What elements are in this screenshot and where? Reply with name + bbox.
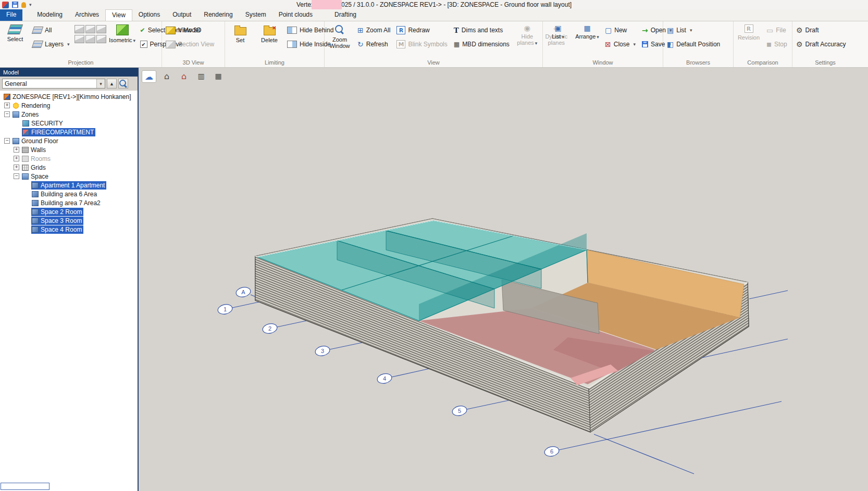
tree-item-space[interactable]: − Space <box>0 172 138 181</box>
zoom-all-icon: ⊞ <box>357 27 364 34</box>
limit-set-folder-icon <box>234 27 246 35</box>
tab-view[interactable]: View <box>105 9 132 21</box>
pink-highlight <box>312 0 342 9</box>
revision-button[interactable]: R Revision <box>736 22 762 41</box>
collapse-icon[interactable]: − <box>14 173 19 179</box>
tree-item-firecompartment[interactable]: FIRECOMPARTMENT <box>0 128 138 136</box>
model-panel-toolbar: General ▾ ▲ <box>0 77 138 91</box>
home-model-button[interactable]: ⌂ <box>160 70 173 82</box>
view-cube-button[interactable] <box>75 25 84 33</box>
mbd-dimensions-button[interactable]: ▦ MBD dimensions <box>452 39 511 50</box>
bl누ink-symbols-icon: M <box>396 40 405 48</box>
close-window-button[interactable]: ⊠ Close▾ <box>603 39 637 50</box>
tree-item-walls[interactable]: + Walls <box>0 145 138 154</box>
all-button[interactable]: All <box>31 24 71 36</box>
set-button[interactable]: Set <box>227 22 253 43</box>
notification-icon[interactable] <box>21 2 26 8</box>
grid-bubble: 1 <box>217 303 233 315</box>
default-position-button[interactable]: ◧ Default Position <box>665 39 722 50</box>
expand-icon[interactable]: + <box>4 103 10 108</box>
window-list-button[interactable]: ▣ List▾ <box>545 22 571 40</box>
zoom-window-button[interactable]: Zoom Window <box>327 22 353 49</box>
refresh-button[interactable]: ↻ Refresh <box>356 39 392 50</box>
floor-folder-icon <box>13 138 19 144</box>
tree-item-ground-floor[interactable]: − Ground Floor <box>0 136 138 145</box>
expand-icon[interactable]: + <box>14 147 19 153</box>
grid-view-icon: ▦ <box>215 72 221 80</box>
layers-button[interactable]: Layers▾ <box>31 39 71 50</box>
zoom-all-button[interactable]: ⊞ Zoom All <box>356 24 392 36</box>
section-view-button[interactable]: Section View <box>164 39 216 50</box>
hide-planes-button[interactable]: ◉ Hide planes▾ <box>514 22 540 46</box>
collapse-icon[interactable]: − <box>4 111 10 117</box>
select-button[interactable]: Select <box>2 22 28 42</box>
panel-scroll-box[interactable] <box>1 483 49 490</box>
tree-item-rooms[interactable]: + Rooms <box>0 154 138 163</box>
tile-windows-button[interactable]: ▥ <box>194 70 208 82</box>
tree-filter-combobox[interactable]: General ▾ <box>2 79 105 89</box>
tree-item-apartment-1[interactable]: Apartment 1 Apartment <box>0 181 138 190</box>
view-cube-button[interactable] <box>96 25 106 33</box>
tab-drafting[interactable]: Drafting <box>328 9 363 21</box>
save-icon[interactable] <box>12 2 18 8</box>
tab-options[interactable]: Options <box>132 9 166 21</box>
building-model[interactable] <box>255 219 749 432</box>
blink-symbols-button[interactable]: M Blink Symbols <box>395 39 449 50</box>
draft-button[interactable]: ⚙ Draft <box>795 24 848 36</box>
tab-modeling[interactable]: Modeling <box>31 9 69 21</box>
tree-item-zones[interactable]: − Zones <box>0 110 138 119</box>
view-cube-button[interactable] <box>85 35 95 43</box>
arrange-button[interactable]: ▦ Arrange▾ <box>574 22 600 40</box>
tree-item-space-4[interactable]: Space 4 Room <box>0 225 138 234</box>
grid-bubble: 5 <box>451 405 467 417</box>
save-window-icon <box>642 41 648 47</box>
viewport-3d[interactable]: ☁ ⌂ ⌂ ▥ ▦ <box>139 68 868 491</box>
collapse-icon[interactable]: − <box>4 138 10 144</box>
expand-icon[interactable]: + <box>14 156 19 161</box>
quick-access-caret-icon[interactable]: ▾ <box>29 2 32 7</box>
expand-icon[interactable]: + <box>14 165 19 170</box>
tree-item-rendering[interactable]: + Rendering <box>0 101 138 110</box>
delete-button[interactable]: Delete <box>256 22 282 43</box>
tab-file[interactable]: File <box>0 9 22 21</box>
collapse-tree-button[interactable]: ▲ <box>107 79 117 89</box>
tab-output[interactable]: Output <box>166 9 197 21</box>
tab-archives[interactable]: Archives <box>69 9 105 21</box>
building-button[interactable]: ⌂ <box>177 70 191 82</box>
draft-accuracy-button[interactable]: ⚙ Draft Accuracy <box>795 39 848 50</box>
view-3d-button[interactable]: View 3D <box>164 24 216 36</box>
grid-bubble: 4 <box>376 372 392 384</box>
tree-item-building-area-6[interactable]: Building area 6 Area <box>0 190 138 198</box>
tree-item-root[interactable]: ZONESPACE [REV1->][Kimmo Honkanen] <box>0 92 138 101</box>
isometric-button[interactable]: Isometric▾ <box>109 22 135 44</box>
tree-item-space-3[interactable]: Space 3 Room <box>0 216 138 225</box>
window-list-icon: ▣ <box>554 24 561 32</box>
tree-item-building-area-7[interactable]: Building area 7 Area2 <box>0 198 138 207</box>
tab-system[interactable]: System <box>239 9 272 21</box>
tab-point-clouds[interactable]: Point clouds <box>272 9 319 21</box>
quick-access-toolbar: ▾ <box>2 2 32 8</box>
new-window-button[interactable]: ▢ New <box>603 24 637 36</box>
browsers-list-button[interactable]: ▤ List▾ <box>665 24 722 36</box>
tree-search-button[interactable] <box>118 79 128 89</box>
redraw-button[interactable]: R Redraw <box>395 24 449 36</box>
app-icon[interactable] <box>2 2 9 8</box>
tab-rendering[interactable]: Rendering <box>197 9 239 21</box>
cloud-button[interactable]: ☁ <box>142 70 156 83</box>
combobox-caret-icon[interactable]: ▾ <box>96 79 105 88</box>
zoom-window-icon <box>334 24 345 35</box>
comparison-file-button[interactable]: ▭ File <box>765 24 789 36</box>
view-cube-button[interactable] <box>96 35 106 43</box>
grid-bubble: 6 <box>543 445 560 457</box>
home-icon: ⌂ <box>164 71 169 81</box>
grid-view-button[interactable]: ▦ <box>212 70 225 82</box>
dims-and-texts-button[interactable]: T Dims and texts <box>452 24 511 36</box>
redraw-icon: R <box>396 26 405 34</box>
view-cube-button[interactable] <box>85 25 95 33</box>
model-3d-scene[interactable]: A 1 2 3 4 <box>139 68 868 491</box>
tree-item-space-2[interactable]: Space 2 Room <box>0 207 138 216</box>
tree-item-security[interactable]: SECURITY <box>0 119 138 128</box>
comparison-stop-button[interactable]: ◼ Stop <box>765 39 789 50</box>
view-cube-button[interactable] <box>75 35 84 43</box>
tree-item-grids[interactable]: + Grids <box>0 163 138 172</box>
